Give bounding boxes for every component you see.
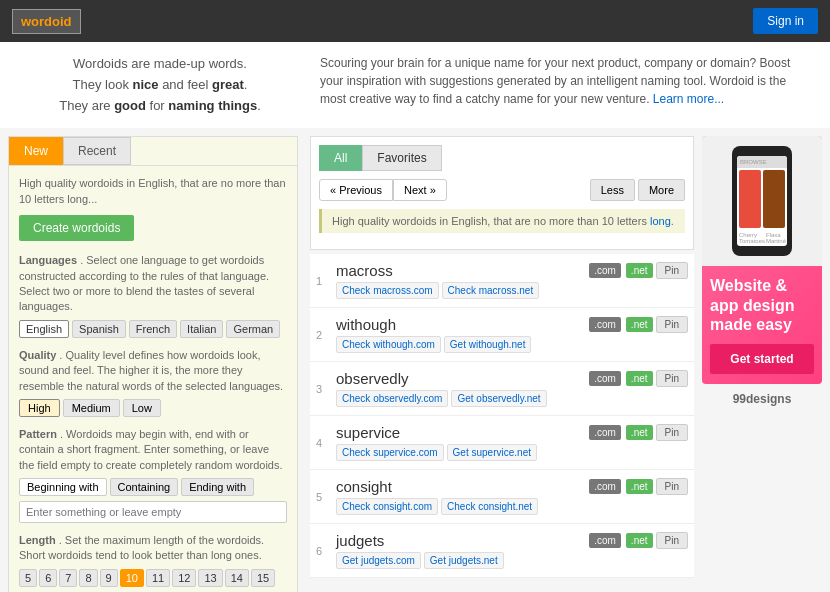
next-button[interactable]: Next » [393, 179, 447, 201]
word-name: macross [336, 262, 583, 279]
create-wordoids-button[interactable]: Create wordoids [19, 215, 134, 241]
check-com-link[interactable]: Check macross.com [336, 282, 439, 299]
pin-button[interactable]: Pin [656, 316, 688, 333]
pattern-beginning[interactable]: Beginning with [19, 478, 107, 496]
pin-button[interactable]: Pin [656, 532, 688, 549]
logo-text: word [21, 14, 52, 29]
get-started-button[interactable]: Get started [710, 344, 814, 374]
quality-high[interactable]: High [19, 399, 60, 417]
lang-spanish[interactable]: Spanish [72, 320, 126, 338]
result-note-link[interactable]: long [650, 215, 671, 227]
word-col: macross .com .net Pin Check macross.com … [336, 262, 688, 299]
result-note-text: High quality wordoids in English, that a… [332, 215, 650, 227]
word-name: supervice [336, 424, 583, 441]
lang-english[interactable]: English [19, 320, 69, 338]
tab-new[interactable]: New [9, 137, 63, 165]
center-top: All Favorites « Previous Next » Less Mor… [310, 136, 694, 250]
table-row: 1 macross .com .net Pin Check macross.co… [310, 254, 694, 308]
quality-note: High quality wordoids in English, that a… [19, 176, 287, 207]
more-button[interactable]: More [638, 179, 685, 201]
pattern-ending[interactable]: Ending with [181, 478, 254, 496]
learn-more-link[interactable]: Learn more... [653, 92, 724, 106]
word-actions: Check withough.com Get withough.net [336, 336, 688, 353]
check-com-link[interactable]: Check supervice.com [336, 444, 444, 461]
pin-button[interactable]: Pin [656, 370, 688, 387]
len-9[interactable]: 9 [100, 569, 118, 587]
word-col: judgets .com .net Pin Get judgets.com Ge… [336, 532, 688, 569]
table-row: 5 consight .com .net Pin Check consight.… [310, 470, 694, 524]
previous-button[interactable]: « Previous [319, 179, 393, 201]
word-name: observedly [336, 370, 583, 387]
ad-brand: 99designs [702, 384, 822, 414]
pattern-input[interactable] [19, 501, 287, 523]
pattern-label: Pattern [19, 428, 57, 440]
nav-buttons: « Previous Next » [319, 179, 447, 201]
net-badge: .net [626, 533, 653, 548]
lang-french[interactable]: French [129, 320, 177, 338]
table-row: 4 supervice .com .net Pin Check supervic… [310, 416, 694, 470]
main-content: New Recent High quality wordoids in Engl… [0, 128, 830, 592]
table-row: 6 judgets .com .net Pin Get judgets.com … [310, 524, 694, 578]
len-15[interactable]: 15 [251, 569, 275, 587]
len-8[interactable]: 8 [79, 569, 97, 587]
com-badge: .com [589, 533, 621, 548]
word-name: judgets [336, 532, 583, 549]
word-col: supervice .com .net Pin Check supervice.… [336, 424, 688, 461]
len-12[interactable]: 12 [172, 569, 196, 587]
tab-recent[interactable]: Recent [63, 137, 131, 165]
len-11[interactable]: 11 [146, 569, 170, 587]
ad-headline: Website & app design made easy [710, 276, 814, 334]
net-badge: .net [626, 371, 653, 386]
right-panel: BROWSE Cherry Tomatoes Flaxa Martiné [702, 136, 822, 592]
pattern-section: Pattern . Wordoids may begin with, end w… [19, 427, 287, 523]
get-net-link[interactable]: Get withough.net [444, 336, 532, 353]
table-row: 3 observedly .com .net Pin Check observe… [310, 362, 694, 416]
len-5[interactable]: 5 [19, 569, 37, 587]
get-com-link[interactable]: Get judgets.com [336, 552, 421, 569]
pin-button[interactable]: Pin [656, 262, 688, 279]
check-net-link[interactable]: Check macross.net [442, 282, 540, 299]
table-row: 2 withough .com .net Pin Check withough.… [310, 308, 694, 362]
length-desc: Length . Set the maximum length of the w… [19, 533, 287, 564]
get-net-link[interactable]: Get observedly.net [451, 390, 546, 407]
check-com-link[interactable]: Check consight.com [336, 498, 438, 515]
tab-favorites[interactable]: Favorites [362, 145, 441, 171]
pattern-containing[interactable]: Containing [110, 478, 179, 496]
pin-button[interactable]: Pin [656, 478, 688, 495]
word-actions: Check consight.com Check consight.net [336, 498, 688, 515]
quality-low[interactable]: Low [123, 399, 161, 417]
lang-german[interactable]: German [226, 320, 280, 338]
len-10[interactable]: 10 [120, 569, 144, 587]
pin-button[interactable]: Pin [656, 424, 688, 441]
left-tabs: New Recent [9, 137, 297, 166]
com-badge: .com [589, 317, 621, 332]
word-number: 6 [316, 545, 330, 557]
len-6[interactable]: 6 [39, 569, 57, 587]
get-net-link[interactable]: Get judgets.net [424, 552, 504, 569]
signin-button[interactable]: Sign in [753, 8, 818, 34]
len-14[interactable]: 14 [225, 569, 249, 587]
get-net-link[interactable]: Get supervice.net [447, 444, 537, 461]
hero-line3: They are good for naming things. [20, 96, 300, 117]
tab-all[interactable]: All [319, 145, 362, 171]
quality-desc: Quality . Quality level defines how word… [19, 348, 287, 394]
less-button[interactable]: Less [590, 179, 635, 201]
check-com-link[interactable]: Check withough.com [336, 336, 441, 353]
ad-image: BROWSE Cherry Tomatoes Flaxa Martiné [702, 136, 822, 266]
languages-desc: Languages . Select one language to get w… [19, 253, 287, 315]
lang-italian[interactable]: Italian [180, 320, 223, 338]
hero-description: Scouring your brain for a unique name fo… [320, 54, 810, 116]
quality-medium[interactable]: Medium [63, 399, 120, 417]
len-7[interactable]: 7 [59, 569, 77, 587]
check-com-link[interactable]: Check observedly.com [336, 390, 448, 407]
check-net-link[interactable]: Check consight.net [441, 498, 538, 515]
ad-box: BROWSE Cherry Tomatoes Flaxa Martiné [702, 136, 822, 384]
net-badge: .net [626, 425, 653, 440]
word-actions: Check observedly.com Get observedly.net [336, 390, 688, 407]
panel-content: High quality wordoids in English, that a… [9, 166, 297, 592]
net-badge: .net [626, 479, 653, 494]
word-actions: Get judgets.com Get judgets.net [336, 552, 688, 569]
len-13[interactable]: 13 [198, 569, 222, 587]
logo[interactable]: wordoid [12, 9, 81, 34]
languages-label: Languages [19, 254, 77, 266]
